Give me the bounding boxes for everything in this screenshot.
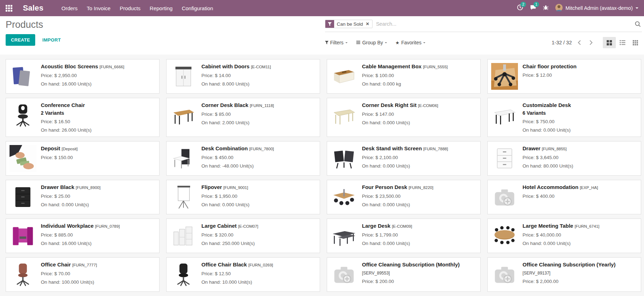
facet-remove-icon[interactable]: ✕ (366, 20, 372, 28)
product-card[interactable]: Cabinet with Doors[E-COM11] Price: $ 14.… (166, 59, 320, 94)
product-image (491, 145, 518, 172)
create-button[interactable]: CREATE (6, 34, 35, 46)
product-card[interactable]: Office Chair[FURN_7777] Price: $ 70.00 O… (6, 257, 160, 292)
filters-dropdown[interactable]: Filters (325, 40, 348, 45)
debug-button[interactable] (543, 5, 549, 12)
group-by-dropdown[interactable]: Group By (356, 40, 387, 45)
product-code: [FURN_8855] (542, 147, 567, 151)
product-code: [SERV_89137] (523, 271, 550, 276)
search-input[interactable] (373, 21, 634, 27)
import-button[interactable]: IMPORT (42, 37, 61, 43)
product-code: [FURN_0269] (248, 263, 273, 267)
filter-funnel-icon (325, 20, 334, 28)
user-menu[interactable]: Mitchell Admin (avatax-demo) (555, 4, 638, 13)
product-price: Price: $ 147.00 (362, 111, 477, 117)
pager-previous-icon[interactable] (575, 39, 583, 46)
menu-reporting[interactable]: Reporting (145, 0, 177, 16)
product-card[interactable]: Office Cleaning Subscription (Yearly) [S… (487, 257, 641, 292)
product-price: Price: $ 200.00 (362, 278, 477, 284)
group-by-icon (356, 40, 361, 45)
product-price: Price: $ 85.00 (201, 111, 316, 117)
product-image (170, 102, 197, 128)
product-card[interactable]: Drawer[FURN_8855] Price: $ 3,645.00 On h… (487, 141, 641, 176)
menu-products[interactable]: Products (115, 0, 145, 16)
pager-range[interactable]: 1-32 / 32 (552, 40, 572, 45)
product-card[interactable]: Office Cleaning Subscription (Monthly) [… (327, 257, 481, 292)
product-card[interactable]: Drawer Black[FURN_8900] Price: $ 25.00 O… (6, 180, 160, 214)
product-price: Price: $ 2,950.00 (41, 73, 156, 78)
product-image (170, 184, 197, 210)
product-title: Large Meeting Table (523, 223, 573, 229)
product-title: Corner Desk Right Sit (362, 102, 417, 108)
product-title: Drawer Black (41, 184, 74, 190)
kanban-view-button[interactable] (603, 37, 616, 48)
product-card[interactable]: Hotel Accommodation[EXP_HA] Price: $ 400… (487, 180, 641, 214)
product-title: Desk Combination (201, 145, 248, 151)
product-title: Office Chair Black (201, 262, 247, 267)
product-price: Price: $ 14.00 (201, 73, 316, 78)
apps-grid-icon[interactable] (6, 5, 12, 12)
product-card[interactable]: Deposit[Deposit] Price: $ 150.00 (6, 141, 160, 176)
product-on-hand: On hand: 0.000 Unit(s) (41, 202, 156, 208)
menu-orders[interactable]: Orders (57, 0, 82, 16)
messages-button[interactable]: 1 (530, 4, 536, 12)
product-code: [FURN_7777] (72, 263, 97, 267)
product-price: Price: $ 12.50 (201, 271, 316, 277)
grid-view-button[interactable] (629, 37, 642, 48)
product-card[interactable]: Corner Desk Black[FURN_1118] Price: $ 85… (166, 98, 320, 137)
product-card[interactable]: Large Cabinet[E-COM07] Price: $ 320.00 O… (166, 219, 320, 253)
search-facet-can-be-sold: Can be Sold ✕ (325, 20, 373, 28)
product-code: [E-COM09] (392, 224, 412, 228)
menu-configuration[interactable]: Configuration (177, 0, 218, 16)
product-image (491, 184, 518, 210)
product-on-hand: On hand: -48.000 Unit(s) (201, 163, 316, 169)
product-card[interactable]: Large Meeting Table[FURN_6741] Price: $ … (487, 219, 641, 253)
product-card[interactable]: Acoustic Bloc Screens[FURN_6666] Price: … (6, 59, 160, 94)
product-card[interactable]: Desk Stand with Screen[FURN_7888] Price:… (327, 141, 481, 176)
product-code: [FURN_0789] (95, 224, 120, 228)
list-view-button[interactable] (616, 37, 629, 48)
product-card[interactable]: Flipover[FURN_9001] Price: $ 1,950.00 On… (166, 180, 320, 214)
product-price: Price: $ 12.00 (523, 72, 637, 78)
product-code: [FURN_5555] (423, 65, 448, 69)
product-image (10, 145, 36, 172)
product-on-hand: On hand: 100.000 Unit(s) (41, 279, 156, 285)
product-title: Customizable Desk (523, 102, 571, 108)
activities-button[interactable]: 2 (517, 4, 523, 12)
product-card[interactable]: Chair floor protection Price: $ 12.00 (487, 59, 641, 94)
activities-count-badge: 2 (520, 2, 526, 7)
product-image (491, 261, 518, 288)
product-title: Deposit (41, 145, 60, 151)
control-panel: Products CREATE IMPORT Can be Sold ✕ (0, 16, 644, 55)
product-image (10, 222, 36, 249)
product-image (170, 261, 197, 288)
pager-next-icon[interactable] (587, 39, 595, 46)
product-card[interactable]: Conference Chair 2 Variants Price: $ 16.… (6, 98, 160, 137)
app-title[interactable]: Sales (23, 4, 44, 13)
product-image (491, 222, 518, 249)
product-image (170, 222, 197, 249)
product-card[interactable]: Office Chair Black[FURN_0269] Price: $ 1… (166, 257, 320, 292)
chevron-down-icon (423, 42, 425, 44)
product-title: Corner Desk Black (201, 102, 248, 108)
product-on-hand: On hand: 0.000 Unit(s) (523, 240, 637, 246)
product-title: Flipover (201, 184, 222, 190)
product-price: Price: $ 1,799.00 (362, 232, 477, 238)
product-card[interactable]: Customizable Desk 6 Variants Price: $ 75… (487, 98, 641, 137)
product-card[interactable]: Desk Combination[FURN_7800] Price: $ 450… (166, 141, 320, 176)
product-title: Large Desk (362, 223, 390, 229)
product-card[interactable]: Cable Management Box[FURN_5555] Price: $… (327, 59, 481, 94)
product-code: [FURN_9001] (223, 185, 248, 190)
product-title: Individual Workplace (41, 223, 94, 229)
kanban-view: Acoustic Bloc Screens[FURN_6666] Price: … (0, 55, 644, 296)
product-card[interactable]: Individual Workplace[FURN_0789] Price: $… (6, 219, 160, 253)
menu-to-invoice[interactable]: To Invoice (82, 0, 115, 16)
search-icon[interactable] (634, 21, 642, 27)
product-card[interactable]: Four Person Desk[FURN_8220] Price: $ 23,… (327, 180, 481, 214)
product-price: Price: $ 2,000.00 (523, 278, 637, 284)
product-card[interactable]: Corner Desk Right Sit[E-COM06] Price: $ … (327, 98, 481, 137)
product-code: [E-COM06] (418, 103, 438, 108)
favorites-dropdown[interactable]: ★ Favorites (395, 40, 425, 45)
chevron-down-icon (636, 7, 638, 10)
product-card[interactable]: Large Desk[E-COM09] Price: $ 1,799.00 On… (327, 219, 481, 253)
